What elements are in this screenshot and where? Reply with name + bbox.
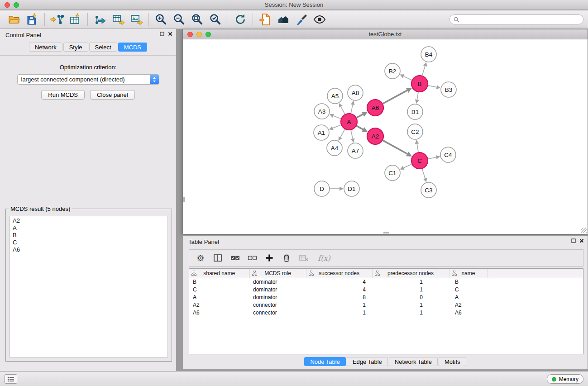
memory-button[interactable]: Memory (547, 374, 583, 384)
network-zoom-button[interactable] (206, 32, 211, 37)
table-row[interactable]: Adominator80A (189, 293, 583, 301)
graph-node-A[interactable]: A (341, 114, 357, 130)
add-column-button[interactable] (263, 251, 276, 265)
column-header-name[interactable]: name (449, 269, 488, 278)
table-row[interactable]: A6connector11A6 (189, 309, 583, 316)
deselect-all-rows-button[interactable] (245, 251, 259, 265)
graph-node-B[interactable]: B (411, 76, 428, 92)
export-network-button[interactable] (92, 12, 108, 27)
edge-B-B1[interactable] (417, 92, 418, 100)
table-row[interactable]: A2connector11A2 (189, 301, 583, 309)
task-history-button[interactable] (5, 374, 17, 384)
network-window-titlebar[interactable]: testGlobe.txt (183, 29, 588, 39)
tab-network-table[interactable]: Network Table (389, 357, 438, 366)
graph-node-A4[interactable]: A4 (327, 140, 342, 156)
search-input[interactable] (462, 16, 579, 23)
graph-node-A5[interactable]: A5 (327, 88, 343, 104)
run-mcds-button[interactable]: Run MCDS (41, 90, 85, 100)
function-builder-button[interactable]: f(x) (314, 251, 334, 265)
graph-node-A3[interactable]: A3 (314, 104, 330, 119)
mcds-result-item[interactable]: C (10, 239, 167, 246)
export-table-button[interactable] (110, 12, 126, 27)
graph-node-C[interactable]: C (411, 152, 428, 169)
table-settings-button[interactable]: ⚙ (194, 251, 207, 265)
column-header-successor-nodes[interactable]: successor nodes (306, 269, 372, 278)
show-hide-panels-button[interactable] (312, 12, 327, 27)
edge-A-A3[interactable] (333, 116, 341, 119)
graph-node-A6[interactable]: A6 (367, 100, 383, 116)
close-window-button[interactable] (5, 2, 10, 8)
graph-node-B4[interactable]: B4 (421, 47, 436, 62)
mcds-result-item[interactable]: A2 (10, 217, 167, 224)
zoom-window-button[interactable] (14, 2, 19, 8)
graph-node-B3[interactable]: B3 (441, 82, 456, 97)
edge-C-C4[interactable] (428, 157, 436, 159)
float-panel-icon[interactable] (571, 238, 576, 243)
edge-A-A6[interactable] (357, 114, 363, 118)
network-close-button[interactable] (187, 32, 193, 37)
table-row[interactable]: Cdominator41C (189, 286, 583, 293)
graph-node-C2[interactable]: C2 (407, 124, 423, 139)
graph-node-A8[interactable]: A8 (348, 85, 363, 100)
graph-node-B1[interactable]: B1 (407, 104, 423, 119)
column-header-predecessor-nodes[interactable]: predecessor nodes (372, 269, 449, 278)
column-layout-button[interactable] (211, 251, 225, 265)
edge-C-C2[interactable] (417, 144, 418, 152)
graphics-details-button[interactable] (294, 12, 309, 27)
edge-B-B4[interactable] (422, 66, 425, 76)
edge-A6-B[interactable] (383, 91, 407, 104)
graph-node-C3[interactable]: C3 (421, 182, 436, 198)
import-network-from-file-button[interactable] (49, 12, 65, 27)
network-overview-button[interactable] (276, 12, 291, 27)
mcds-result-item[interactable]: A (10, 224, 167, 232)
graph-node-D[interactable]: D (314, 181, 330, 196)
tab-mcds[interactable]: MCDS (118, 43, 147, 52)
tab-node-table[interactable]: Node Table (304, 357, 346, 366)
tab-edge-table[interactable]: Edge Table (347, 357, 388, 366)
edge-A-A5[interactable] (341, 107, 345, 114)
edge-B-B2[interactable] (404, 76, 412, 80)
float-panel-icon[interactable] (160, 32, 164, 36)
zoom-selected-button[interactable] (208, 12, 223, 27)
close-panel-button[interactable]: Close panel (90, 90, 135, 100)
column-header-shared-name[interactable]: shared name (189, 269, 249, 278)
optimization-criterion-select[interactable]: largest connected component (directed) (17, 74, 159, 85)
table-row[interactable]: Bdominator41B (189, 278, 583, 286)
mcds-result-item[interactable]: B (10, 232, 167, 239)
edge-C-C1[interactable] (404, 164, 412, 168)
horizontal-scroll-indicator[interactable] (383, 232, 389, 234)
window-titlebar[interactable]: Session: New Session (0, 0, 588, 10)
edge-A-A7[interactable] (351, 130, 353, 139)
edge-C-C3[interactable] (422, 169, 425, 178)
edge-B-B3[interactable] (428, 86, 437, 87)
close-panel-icon[interactable] (579, 238, 584, 243)
graph-node-A2[interactable]: A2 (367, 128, 383, 144)
network-canvas[interactable]: B4B2BB3A5A8A6B1A3AC2A1A2A4A7C4CC1C3DD1 (183, 39, 588, 234)
tab-network[interactable]: Network (29, 43, 62, 52)
edge-A-A8[interactable] (351, 105, 353, 113)
vertical-scroll-indicator[interactable] (183, 197, 185, 202)
snapshot-button[interactable] (258, 12, 273, 27)
delete-column-button[interactable] (280, 251, 293, 265)
tab-motifs[interactable]: Motifs (439, 357, 466, 366)
save-session-button[interactable] (24, 12, 40, 27)
open-session-button[interactable] (6, 12, 22, 27)
edge-A2-C[interactable] (383, 140, 407, 154)
graph-node-C1[interactable]: C1 (385, 165, 400, 181)
graph-node-B2[interactable]: B2 (385, 63, 400, 79)
graph-node-A7[interactable]: A7 (348, 143, 363, 158)
edge-A-A1[interactable] (333, 125, 341, 128)
select-all-rows-button[interactable] (228, 251, 242, 265)
export-image-button[interactable] (129, 12, 144, 27)
column-header-MCDS-role[interactable]: MCDS role (249, 269, 306, 278)
tab-select[interactable]: Select (89, 43, 117, 52)
zoom-fit-button[interactable] (190, 12, 205, 27)
edge-A-A2[interactable] (357, 126, 363, 129)
graph-node-D1[interactable]: D1 (344, 181, 359, 196)
delete-table-button[interactable] (297, 251, 311, 265)
tab-style[interactable]: Style (63, 43, 88, 52)
network-minimize-button[interactable] (196, 32, 202, 37)
zoom-in-button[interactable] (153, 12, 169, 27)
edge-A-A4[interactable] (340, 129, 345, 138)
new-network-from-table-button[interactable] (67, 12, 83, 27)
